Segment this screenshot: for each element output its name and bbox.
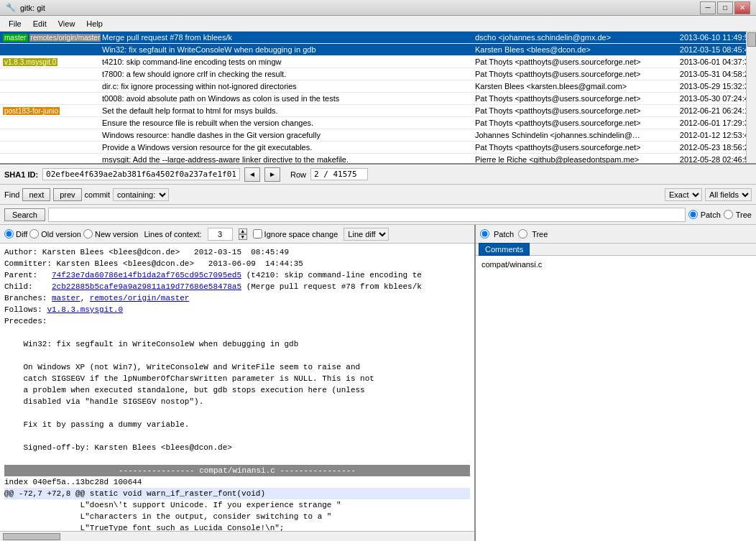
nav-fwd-button[interactable]: ► — [264, 167, 280, 182]
menu-help[interactable]: Help — [80, 18, 109, 29]
commit-msg-body1: On Windows XP (not Win7), WriteConsoleW … — [4, 361, 470, 373]
find-prev-button[interactable]: prev — [53, 188, 81, 201]
table-row[interactable]: msysgit: Add the --large-address-aware l… — [0, 154, 756, 163]
child-hash-link[interactable]: 2cb22885b5cafe9a9a29811a19d77686e58478a5 — [52, 282, 241, 291]
table-row[interactable]: Ensure the resource file is rebuilt when… — [0, 117, 756, 129]
patch-radio[interactable] — [688, 210, 698, 219]
row-label: Row — [290, 170, 306, 179]
find-next-button[interactable]: next — [22, 188, 50, 201]
commit-msg: t0008: avoid absolute path on Windows as… — [101, 94, 472, 103]
comments-tab[interactable]: Comments — [479, 243, 530, 256]
commit-date: 2012-06-21 06:24:14 — [645, 106, 756, 115]
commit-date: 2012-06-01 17:29:33 — [645, 119, 756, 127]
minimize-button[interactable]: ─ — [700, 1, 716, 14]
branch-remote-link[interactable]: remotes/origin/master — [90, 294, 190, 302]
commit-author: dscho <johannes.schindelin@gmx.de> — [472, 33, 645, 42]
graph-col: post183-for-junio — [0, 107, 101, 115]
ignore-space-label: Ignore space change — [253, 229, 338, 239]
table-row[interactable]: Win32: fix segfault in WriteConsoleW whe… — [0, 44, 756, 56]
diff-line2: L"characters in the output, consider swi… — [4, 511, 470, 522]
context-input[interactable] — [208, 228, 233, 241]
menubar: File Edit View Help — [0, 16, 756, 32]
table-row[interactable]: t0008: avoid absolute path on Windows as… — [0, 93, 756, 105]
commit-author: Johannes Schindelin <johannes.schindelin… — [472, 131, 645, 139]
search-input[interactable] — [48, 208, 686, 222]
spin-up[interactable]: ▲ — [239, 228, 247, 234]
fields-select[interactable]: All fields — [705, 188, 752, 201]
diff-panel: Diff Old version New version Lines of co… — [0, 225, 476, 541]
nav-back-button[interactable]: ◄ — [244, 167, 260, 182]
table-row[interactable]: t7800: a few should ignore crlf in check… — [0, 68, 756, 80]
commit-msg: dir.c: fix ignore processing within not-… — [101, 82, 472, 91]
tag-master: master — [3, 34, 28, 42]
commit-date: 2012-05-28 02:46:54 — [645, 155, 756, 163]
commit-msg-body2: catch SIGSEGV if the lpNumberOfCharsWrit… — [4, 373, 470, 384]
commit-author: Pat Thoyts <patthoyts@users.sourceforge.… — [472, 119, 645, 127]
find-label: Find — [4, 190, 19, 199]
tag-remote: remotes/origin/master — [29, 34, 101, 42]
diff-hscrollbar[interactable] — [0, 531, 474, 541]
graph-col — [0, 45, 101, 54]
table-row[interactable]: Provide a Windows version resource for t… — [0, 142, 756, 154]
search-bar: Search Patch Tree — [0, 205, 756, 225]
linediff-select[interactable]: Line diff — [344, 228, 389, 241]
commit-author: Pat Thoyts <patthoyts@users.sourceforge.… — [472, 143, 645, 152]
diff-follows: Follows: v1.8.3.msysgit.0 — [4, 304, 470, 315]
tree-radio[interactable] — [724, 210, 733, 219]
commit-msg-body3: a problem when executed standalone, but … — [4, 384, 470, 396]
commit-date: 2013-06-01 04:37:37 — [645, 57, 756, 66]
commit-author: Karsten Blees <blees@dcon.de> — [472, 45, 645, 54]
diff-index: index 040ef5a..13bc28d 100644 — [4, 476, 470, 488]
exact-select[interactable]: Exact — [665, 188, 702, 201]
list-item[interactable]: compat/winansi.c — [479, 259, 753, 270]
tree-label: Tree — [736, 211, 752, 219]
table-row[interactable]: post183-for-junio Set the default help f… — [0, 105, 756, 117]
right-panel: Patch Tree Comments compat/winansi.c — [476, 225, 756, 541]
graph-col: master remotes/origin/master — [0, 34, 101, 42]
row-input[interactable] — [310, 168, 368, 180]
old-version-radio[interactable] — [29, 229, 39, 239]
spin-down[interactable]: ▼ — [239, 234, 247, 240]
menu-view[interactable]: View — [52, 18, 81, 29]
diff-label: Diff — [16, 230, 27, 239]
patch-label: Patch — [701, 211, 721, 219]
diff-precedes: Precedes: — [4, 315, 470, 327]
commit-msg: Provide a Windows version resource for t… — [101, 143, 472, 152]
view-mode-group: Patch Tree — [688, 210, 752, 219]
follows-link[interactable]: v1.8.3.msysgit.0 — [47, 305, 123, 314]
diff-line3: L"TrueType font such as Lucida Console!\… — [4, 522, 470, 531]
right-file-list: compat/winansi.c — [476, 256, 756, 541]
right-toolbar: Patch Tree — [476, 225, 756, 244]
table-row[interactable]: dir.c: fix ignore processing within not-… — [0, 80, 756, 93]
table-row[interactable]: v1.8.3.msysgit.0 t4210: skip command-lin… — [0, 56, 756, 68]
commit-list-scrollbar[interactable] — [746, 32, 756, 163]
commit-author: Pat Thoyts <patthoyts@users.sourceforge.… — [472, 106, 645, 115]
commit-label: commit — [85, 190, 110, 199]
maximize-button[interactable]: □ — [717, 1, 733, 14]
commit-author: Pierre le Riche <github@pleasedontspam.m… — [472, 155, 645, 163]
search-button[interactable]: Search — [4, 208, 45, 221]
diff-line1: L"doesn\'t support Unicode. If you exper… — [4, 499, 470, 511]
diff-radio[interactable] — [4, 229, 14, 239]
commit-list: master remotes/origin/master Merge pull … — [0, 32, 756, 163]
branch-master-link[interactable]: master — [52, 294, 80, 302]
right-patch-radio[interactable] — [480, 229, 489, 239]
menu-edit[interactable]: Edit — [27, 18, 52, 29]
ignore-space-checkbox[interactable] — [253, 229, 262, 239]
commit-msg: Windows resource: handle dashes in the G… — [101, 131, 472, 139]
diff-radio-group: Diff Old version New version — [4, 229, 138, 239]
window-title: gitk: git — [20, 4, 45, 12]
diff-parent: Parent: 74f23e7da60786e14fb1da2af765cd95… — [4, 269, 470, 281]
commit-date: 2012-05-23 18:56:24 — [645, 143, 756, 152]
table-row[interactable]: Windows resource: handle dashes in the G… — [0, 129, 756, 142]
commit-list-area: master remotes/origin/master Merge pull … — [0, 32, 756, 165]
close-button[interactable]: ✕ — [734, 1, 750, 14]
right-tree-radio[interactable] — [518, 229, 527, 239]
menu-file[interactable]: File — [3, 18, 27, 29]
containing-select[interactable]: containing: — [113, 188, 169, 201]
table-row[interactable]: master remotes/origin/master Merge pull … — [0, 32, 756, 44]
new-version-radio[interactable] — [83, 229, 93, 239]
parent-hash-link[interactable]: 74f23e7da60786e14fb1da2af765cd95c7095ed5 — [52, 271, 241, 279]
new-version-label: New version — [95, 230, 139, 239]
context-spinner[interactable]: ▲ ▼ — [239, 228, 247, 240]
